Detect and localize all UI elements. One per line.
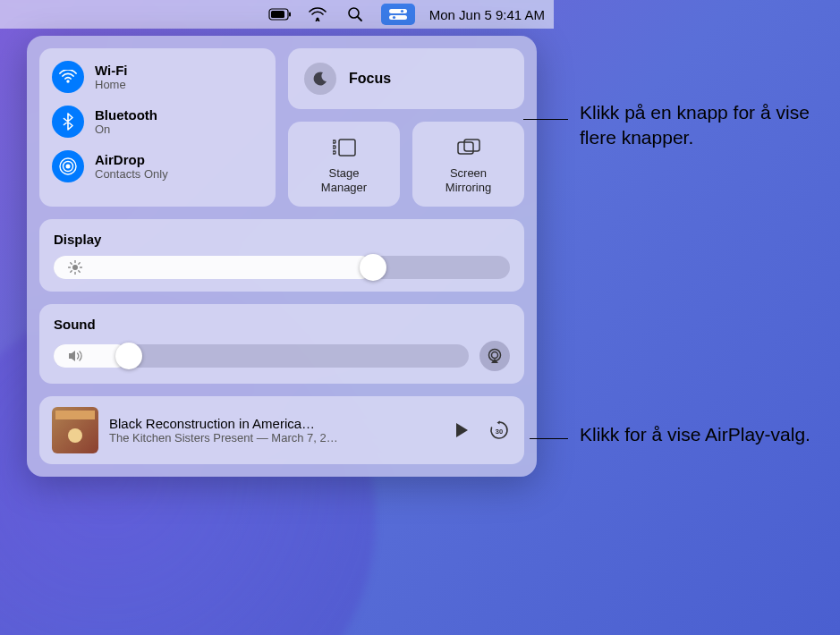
svg-point-3	[316, 17, 318, 20]
menubar: Mon Jun 5 9:41 AM	[0, 0, 554, 29]
display-label: Display	[54, 232, 510, 247]
svg-rect-2	[289, 13, 291, 17]
album-art	[52, 407, 98, 453]
control-center-menu-icon[interactable]	[381, 4, 415, 25]
brightness-icon	[68, 260, 82, 275]
svg-rect-16	[333, 151, 335, 154]
bluetooth-icon	[52, 106, 84, 138]
wifi-menu-icon[interactable]	[306, 3, 329, 26]
stage-manager-tile[interactable]: Stage Manager	[288, 122, 400, 207]
svg-point-7	[401, 10, 403, 13]
callout-line-focus	[523, 119, 568, 120]
stage-manager-icon	[331, 134, 358, 161]
wifi-toggle[interactable]: Wi-Fi Home	[52, 61, 263, 93]
connectivity-tile[interactable]: Wi-Fi Home Bluetooth On AirDrop	[39, 48, 276, 207]
svg-rect-18	[458, 142, 473, 154]
airplay-audio-button[interactable]	[479, 341, 510, 371]
screen-mirroring-icon	[455, 134, 482, 161]
svg-rect-1	[271, 11, 284, 18]
stage-manager-label: Stage Manager	[321, 166, 367, 194]
svg-rect-14	[333, 140, 335, 143]
wifi-icon	[52, 61, 84, 93]
skip-30-icon: 30	[488, 419, 510, 441]
svg-point-9	[393, 16, 395, 19]
svg-line-27	[71, 271, 72, 272]
airdrop-subtitle: Contacts Only	[95, 167, 168, 181]
svg-rect-19	[464, 140, 479, 151]
svg-line-5	[358, 17, 361, 21]
skip-forward-30-button[interactable]: 30	[487, 418, 512, 443]
control-center-panel: Wi-Fi Home Bluetooth On AirDrop	[27, 36, 537, 477]
callout-line-airplay	[530, 438, 568, 439]
bluetooth-title: Bluetooth	[95, 107, 157, 123]
display-tile[interactable]: Display	[39, 219, 524, 292]
svg-rect-17	[339, 140, 355, 156]
airplay-icon	[486, 348, 504, 364]
play-icon	[454, 422, 469, 438]
screen-mirroring-label: Screen Mirroring	[445, 166, 491, 194]
airdrop-title: AirDrop	[95, 152, 168, 167]
display-slider[interactable]	[54, 256, 510, 279]
svg-line-26	[79, 271, 80, 272]
callout-airplay: Klikk for å vise AirPlay-valg.	[580, 422, 810, 447]
svg-text:30: 30	[496, 428, 503, 436]
bluetooth-toggle[interactable]: Bluetooth On	[52, 106, 263, 138]
play-button[interactable]	[449, 418, 474, 443]
bluetooth-subtitle: On	[95, 123, 157, 136]
svg-rect-8	[389, 15, 407, 20]
focus-label: Focus	[349, 71, 391, 87]
sound-slider[interactable]	[54, 344, 469, 368]
svg-rect-15	[333, 146, 335, 148]
svg-line-28	[79, 263, 80, 264]
now-playing-subtitle: The Kitchen Sisters Present — March 7, 2…	[109, 431, 438, 444]
svg-point-30	[492, 352, 498, 359]
volume-icon	[68, 350, 84, 362]
spotlight-icon[interactable]	[344, 3, 367, 26]
airdrop-toggle[interactable]: AirDrop Contacts Only	[52, 150, 263, 182]
now-playing-tile[interactable]: Black Reconstruction in America… The Kit…	[39, 396, 524, 464]
callout-focus: Klikk på en knapp for å vise flere knapp…	[580, 100, 821, 151]
airdrop-icon	[52, 150, 84, 182]
svg-rect-6	[389, 9, 407, 13]
svg-point-20	[72, 265, 78, 270]
sound-tile[interactable]: Sound	[39, 304, 524, 384]
svg-point-4	[349, 8, 359, 18]
moon-icon	[304, 63, 336, 95]
screen-mirroring-tile[interactable]: Screen Mirroring	[412, 122, 524, 207]
svg-point-10	[66, 80, 69, 82]
focus-tile[interactable]: Focus	[288, 48, 524, 109]
sound-label: Sound	[54, 317, 510, 332]
svg-line-25	[71, 263, 72, 264]
menubar-datetime[interactable]: Mon Jun 5 9:41 AM	[429, 7, 545, 22]
now-playing-title: Black Reconstruction in America…	[109, 416, 438, 431]
wifi-subtitle: Home	[95, 78, 128, 91]
wifi-title: Wi-Fi	[95, 63, 128, 78]
battery-icon[interactable]	[268, 3, 292, 26]
svg-point-11	[66, 165, 71, 169]
